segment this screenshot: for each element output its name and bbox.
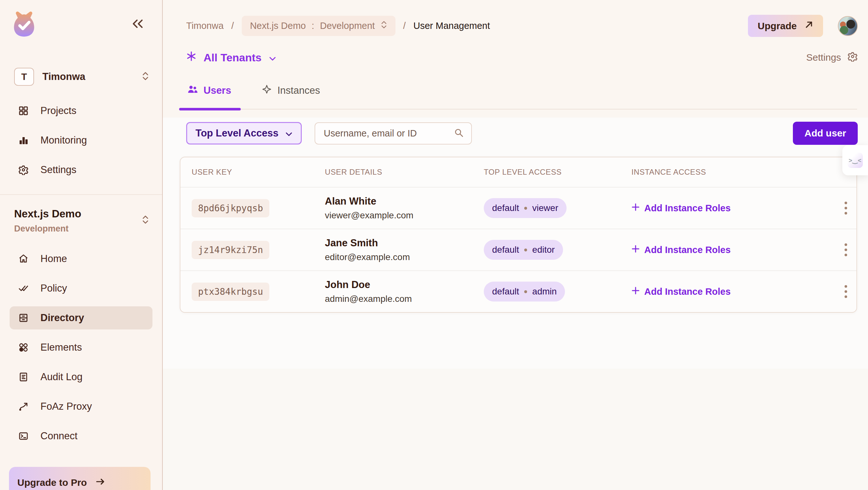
row-menu-kebab-icon[interactable] [841,240,850,259]
row-menu-kebab-icon[interactable] [841,198,850,218]
upgrade-button[interactable]: Upgrade [748,15,823,37]
sidebar-item-label: FoAz Proxy [40,401,92,412]
user-name: John Doe [325,279,484,290]
upgrade-to-pro-banner[interactable]: Upgrade to Pro [9,467,151,490]
users-icon [187,85,198,97]
sparkle-icon [262,85,272,97]
home-icon [18,253,29,264]
sidebar-item-projects[interactable]: Projects [10,99,153,122]
breadcrumb-separator: / [403,21,406,31]
column-header-user-details: USER DETAILS [325,167,484,177]
search-input[interactable] [323,128,447,139]
tenant-selector[interactable]: All Tenants [186,51,276,64]
sidebar-item-home[interactable]: Home [10,247,153,270]
upgrade-to-pro-label: Upgrade to Pro [17,477,87,488]
breadcrumb-org[interactable]: Timonwa [186,21,224,31]
sidebar-project-nav: Home Policy Directory [0,244,162,451]
row-menu-kebab-icon[interactable] [841,282,850,301]
add-instance-roles-link[interactable]: Add Instance Roles [631,286,731,297]
terminal-icon [18,431,29,441]
sidebar-collapse-icon[interactable] [131,19,144,30]
archive-icon [18,312,29,323]
org-name: Timonwa [42,71,133,83]
badge-role: editor [532,245,555,255]
user-key[interactable]: ptx384krbgsu [192,282,269,301]
sidebar-item-connect[interactable]: Connect [10,425,153,448]
badge-dot [524,290,527,293]
project-switcher[interactable]: Next.js Demo Development [14,208,149,234]
sidebar-item-settings[interactable]: Settings [10,158,153,181]
user-name: Jane Smith [325,237,484,249]
chevron-up-down-icon [142,215,149,226]
access-badge[interactable]: default admin [484,282,565,302]
arrow-right-icon [95,477,105,489]
chevron-up-down-icon [381,21,387,31]
tab-bar: Users Instances [179,85,857,110]
table-row: jz14r9kzi75n Jane Smith editor@example.c… [180,228,857,270]
table-row: 8pd66jkpyqsb Alan White viewer@example.c… [180,187,857,228]
table-row: ptx384krbgsu John Doe admin@example.com … [180,270,857,312]
sidebar-item-label: Elements [40,342,82,353]
app-window: T Timonwa Projects [0,0,868,490]
feedback-widget-tray: >‿< [842,145,868,175]
environment-settings-link[interactable]: Settings [806,51,858,64]
add-instance-roles-label: Add Instance Roles [644,203,731,214]
tab-users[interactable]: Users [179,85,241,109]
document-icon [18,371,29,382]
chevron-down-icon [285,127,292,139]
users-table: USER KEY USER DETAILS TOP LEVEL ACCESS I… [180,157,857,313]
settings-link-label: Settings [806,52,841,63]
sidebar-item-label: Directory [40,312,84,324]
user-name: Alan White [325,195,484,207]
access-badge[interactable]: default editor [484,240,563,260]
sidebar-item-elements[interactable]: Elements [10,336,153,359]
add-instance-roles-link[interactable]: Add Instance Roles [631,245,731,255]
route-icon [18,401,29,412]
add-instance-roles-label: Add Instance Roles [644,286,731,297]
search-icon [454,128,464,139]
badge-dot [524,207,527,210]
arrow-up-right-icon [804,20,813,31]
sidebar-item-label: Home [40,253,67,265]
sidebar: T Timonwa Projects [0,0,163,490]
bar-chart-icon [18,135,29,146]
sidebar-item-monitoring[interactable]: Monitoring [10,129,153,152]
sidebar-item-policy[interactable]: Policy [10,277,153,300]
plus-icon [631,203,640,214]
sidebar-item-directory[interactable]: Directory [10,306,153,330]
user-key[interactable]: 8pd66jkpyqsb [192,199,269,217]
sidebar-org-nav: Projects Monitoring Settings [0,96,162,185]
grid-icon [18,105,29,116]
breadcrumb-colon: : [312,21,314,31]
breadcrumb-separator: / [231,21,234,31]
badge-dot [524,248,527,251]
chevron-down-icon [269,51,276,64]
feedback-face-button[interactable]: >‿< [847,153,863,168]
badge-role: viewer [532,203,558,213]
tab-instances[interactable]: Instances [254,85,330,109]
breadcrumb-page: User Management [413,21,490,31]
user-avatar[interactable] [838,16,858,36]
tenant-row: All Tenants Settings [186,51,858,64]
user-key[interactable]: jz14r9kzi75n [192,241,269,259]
user-email: admin@example.com [325,294,484,304]
add-user-button[interactable]: Add user [793,122,858,145]
org-switcher[interactable]: T Timonwa [14,68,149,86]
sidebar-item-label: Monitoring [40,134,87,146]
access-filter-dropdown[interactable]: Top Level Access [186,122,302,145]
org-initial-avatar: T [14,68,34,86]
breadcrumb-project-env-selector[interactable]: Next.js Demo : Development [242,16,396,36]
double-check-icon [18,283,29,294]
circles-grid-icon [18,342,29,353]
add-instance-roles-link[interactable]: Add Instance Roles [631,203,731,214]
upgrade-button-label: Upgrade [757,21,797,31]
user-email: viewer@example.com [325,210,484,221]
project-environment: Development [14,224,142,234]
sidebar-item-audit-log[interactable]: Audit Log [10,365,153,389]
badge-tenant: default [492,286,519,297]
access-badge[interactable]: default viewer [484,198,566,218]
sidebar-item-label: Connect [40,430,78,442]
sidebar-item-foaz-proxy[interactable]: FoAz Proxy [10,395,153,418]
badge-tenant: default [492,245,519,255]
breadcrumb: Timonwa / Next.js Demo : Development / U… [186,16,490,36]
